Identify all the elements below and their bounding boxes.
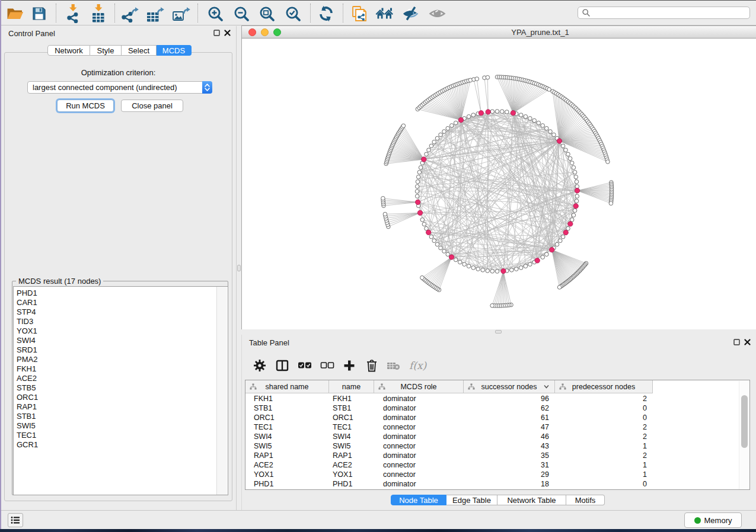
mcds-result-item[interactable]: STB1 xyxy=(17,412,38,421)
dominator-node[interactable] xyxy=(458,117,463,122)
toolbar-open-session-button[interactable] xyxy=(6,5,24,23)
tab-motifs[interactable]: Motifs xyxy=(566,495,605,505)
table-toolbar-table-options-button[interactable] xyxy=(251,358,268,373)
column-header-MCDS-role[interactable]: MCDS role xyxy=(374,380,464,393)
table-row[interactable]: ACE2ACE2connector311 xyxy=(245,460,653,470)
dominator-node[interactable] xyxy=(426,230,431,235)
mcds-result-item[interactable]: FKH1 xyxy=(17,364,38,374)
mcds-result-item[interactable]: STB5 xyxy=(17,383,38,393)
toolbar-save-session-button[interactable] xyxy=(30,5,48,23)
column-header-successor-nodes[interactable]: successor nodes xyxy=(464,380,555,393)
search-input[interactable] xyxy=(578,7,750,19)
control-panel-close-button[interactable] xyxy=(224,30,231,36)
toolbar-export-table-button[interactable] xyxy=(146,5,164,23)
horizontal-splitter[interactable] xyxy=(241,329,756,335)
column-header-shared-name[interactable]: shared name xyxy=(245,380,329,393)
mcds-result-item[interactable]: YOX1 xyxy=(17,326,38,336)
toolbar-zoom-in-button[interactable] xyxy=(206,5,224,23)
table-scrollbar-thumb[interactable] xyxy=(741,395,748,448)
table-row[interactable]: PHD1PHD1dominator180 xyxy=(245,479,653,489)
vertical-splitter-handle[interactable] xyxy=(237,265,241,271)
dominator-node[interactable] xyxy=(416,200,420,204)
toolbar-import-table-button[interactable] xyxy=(90,5,107,23)
toolbar-export-image-button[interactable] xyxy=(173,5,190,23)
dominator-node[interactable] xyxy=(417,210,422,215)
dominator-node[interactable] xyxy=(550,247,554,252)
network-canvas[interactable] xyxy=(242,39,756,329)
table-row[interactable]: RAP1RAP1dominator352 xyxy=(245,451,653,460)
dominator-node[interactable] xyxy=(557,139,562,143)
network-graph[interactable] xyxy=(242,39,756,329)
toolbar-export-network-button[interactable] xyxy=(121,5,139,23)
dominator-node[interactable] xyxy=(575,188,579,193)
close-panel-button[interactable]: Close panel xyxy=(121,100,183,112)
mcds-result-item[interactable]: STP4 xyxy=(17,307,38,317)
toolbar-apply-layout-button[interactable] xyxy=(317,5,335,23)
dominator-node[interactable] xyxy=(573,204,578,209)
mcds-result-item[interactable]: RAP1 xyxy=(17,402,38,412)
table-row[interactable]: TEC1TEC1connector472 xyxy=(245,422,653,432)
table-toolbar-show-column-button[interactable] xyxy=(274,358,291,373)
table-scrollbar[interactable] xyxy=(739,381,749,490)
tab-mcds[interactable]: MCDS xyxy=(157,45,192,56)
horizontal-splitter-handle[interactable] xyxy=(495,330,502,334)
toolbar-first-neighbors-button[interactable] xyxy=(376,5,394,23)
toolbar-import-network-button[interactable] xyxy=(64,5,82,23)
dominator-node[interactable] xyxy=(486,110,490,114)
tab-network-table[interactable]: Network Table xyxy=(497,495,566,505)
mcds-result-item[interactable]: ACE2 xyxy=(17,374,38,383)
mcds-result-item[interactable]: CAR1 xyxy=(17,298,38,307)
table-panel-float-button[interactable] xyxy=(733,339,740,345)
column-header-predecessor-nodes[interactable]: predecessor nodes xyxy=(555,380,653,393)
mcds-result-item[interactable]: PMA2 xyxy=(17,355,38,364)
task-history-button[interactable] xyxy=(8,513,23,527)
window-minimize-button[interactable] xyxy=(261,28,269,36)
tab-node-table[interactable]: Node Table xyxy=(391,495,446,505)
toolbar-zoom-fit-button[interactable] xyxy=(258,5,276,23)
table-row[interactable]: ORC1ORC1dominator610 xyxy=(245,413,653,422)
toolbar-clone-network-button[interactable] xyxy=(350,5,368,23)
criterion-dropdown[interactable]: largest connected component (undirected) xyxy=(27,81,212,94)
window-zoom-button[interactable] xyxy=(273,28,281,36)
toolbar-hide-selected-button[interactable] xyxy=(402,5,420,23)
toolbar-zoom-selected-button[interactable] xyxy=(284,5,302,23)
table-row[interactable]: FKH1FKH1dominator962 xyxy=(245,394,653,403)
table-toolbar-add-column-button[interactable] xyxy=(341,358,358,373)
dominator-node[interactable] xyxy=(563,230,568,235)
dominator-node[interactable] xyxy=(449,255,454,259)
tab-edge-table[interactable]: Edge Table xyxy=(446,495,497,505)
dominator-node[interactable] xyxy=(479,111,483,116)
table-row[interactable]: SWI4SWI4dominator462 xyxy=(245,432,653,441)
window-close-button[interactable] xyxy=(248,28,256,36)
mcds-result-item[interactable]: PHD1 xyxy=(17,289,38,298)
column-header-name[interactable]: name xyxy=(329,380,374,393)
dominator-node[interactable] xyxy=(501,268,506,273)
mcds-result-item[interactable]: SRD1 xyxy=(17,345,38,355)
mcds-result-item[interactable]: TEC1 xyxy=(17,431,38,440)
table-row[interactable]: YOX1YOX1connector291 xyxy=(245,470,653,479)
toolbar-zoom-out-button[interactable] xyxy=(232,5,250,23)
dominator-node[interactable] xyxy=(535,258,540,263)
dominator-node[interactable] xyxy=(568,222,573,226)
mcds-result-item[interactable]: SWI4 xyxy=(17,336,38,345)
table-toolbar-select-all-button[interactable] xyxy=(296,358,313,373)
mcds-result-list[interactable]: PHD1CAR1STP4TID3YOX1SWI4SRD1PMA2FKH1ACE2… xyxy=(13,286,228,495)
table-row[interactable]: STB1STB1dominator620 xyxy=(245,403,653,413)
toolbar-show-all-button[interactable] xyxy=(429,5,446,23)
table-panel-close-button[interactable] xyxy=(744,339,751,345)
control-panel-float-button[interactable] xyxy=(213,30,220,36)
tab-style[interactable]: Style xyxy=(90,45,122,56)
memory-button[interactable]: Memory xyxy=(684,512,742,528)
mcds-result-item[interactable]: ORC1 xyxy=(17,393,38,402)
mcds-result-item[interactable]: SWI5 xyxy=(17,421,38,431)
mcds-result-item[interactable]: TID3 xyxy=(17,317,38,326)
mcds-list-scrollbar[interactable] xyxy=(216,287,227,495)
tab-network[interactable]: Network xyxy=(47,45,90,56)
table-row[interactable]: SWI5SWI5connector431 xyxy=(245,441,653,451)
dominator-node[interactable] xyxy=(422,157,426,162)
run-mcds-button[interactable]: Run MCDS xyxy=(57,100,114,112)
table-toolbar-delete-column-button[interactable] xyxy=(363,358,380,373)
mcds-result-item[interactable]: GCR1 xyxy=(17,440,38,450)
vertical-splitter[interactable] xyxy=(237,26,241,510)
table-toolbar-deselect-all-button[interactable] xyxy=(319,358,336,373)
